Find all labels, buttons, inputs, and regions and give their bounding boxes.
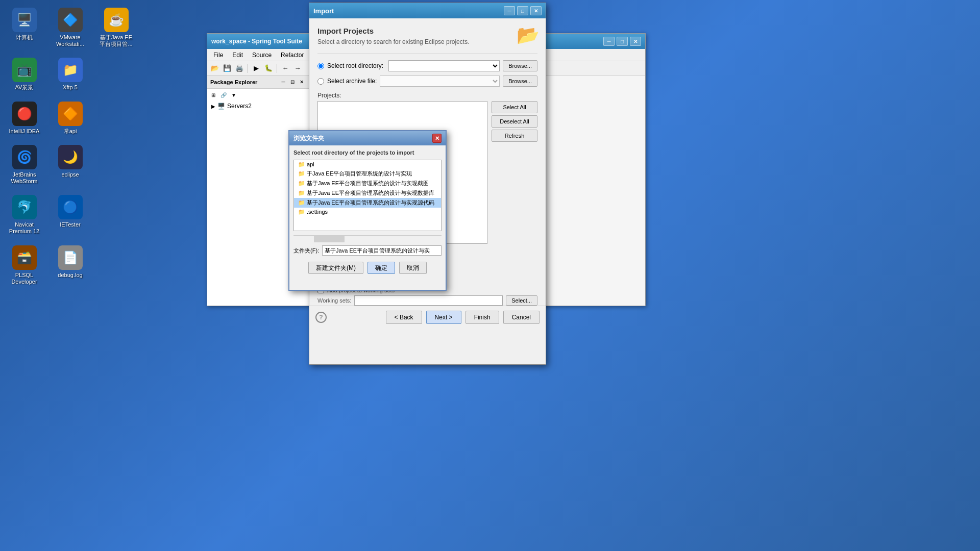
sts-maximize-btn[interactable]: □ [617, 37, 628, 46]
working-sets-input[interactable] [354, 295, 503, 306]
navicat-label: NavicatPremium 12 [9, 221, 39, 235]
root-dir-radio[interactable] [317, 63, 324, 69]
toolbar-run-btn[interactable]: ▶ [251, 63, 262, 74]
desktop-icon-javaee[interactable]: ☕ 基于Java EE平台项目管... [97, 5, 135, 50]
fb-cancel-btn[interactable]: 取消 [399, 262, 427, 274]
import-dialog-controls: ─ □ ✕ [504, 6, 542, 15]
explorer-link-btn[interactable]: 🔗 [219, 91, 228, 99]
webstorm-icon: 🌀 [12, 145, 37, 169]
root-dir-row: Select root directory: Browse... [317, 60, 537, 71]
file-item-javaee3[interactable]: 📁 基于Java EE平台项目管理系统的设计与实现数据库 [294, 188, 441, 198]
package-explorer-label: Package Explorer [210, 79, 257, 85]
import-maximize-btn[interactable]: □ [517, 6, 528, 15]
archive-file-browse-btn[interactable]: Browse... [503, 76, 537, 87]
desktop-icon-ietester[interactable]: 🔵 IETester [51, 192, 89, 237]
file-browser-titlebar: 浏览文件夹 ✕ [289, 131, 446, 145]
file-tree-hscroll[interactable] [293, 235, 442, 242]
archive-file-radio[interactable] [317, 78, 324, 85]
desktop-icon-row-3: 🔴 IntelliJ IDEA 🔶 常api [5, 99, 135, 137]
viewer-label: AV景景 [15, 84, 34, 91]
menu-source[interactable]: Source [248, 51, 276, 60]
toolbar-save-btn[interactable]: 💾 [222, 63, 233, 74]
file-tree[interactable]: 📁 api 📁 于Java EE平台项目管理系统的设计与实现 📁 基于Java … [293, 160, 442, 231]
desktop-icon-eclipse[interactable]: 🌙 eclipse [51, 142, 89, 187]
desktop-icon-row-4: 🌀 JetBrainsWebStorm 🌙 eclipse [5, 142, 135, 187]
desktop-icon-row-6: 🗃️ PLSQLDeveloper 📄 debug.log [5, 243, 135, 288]
desktop-icon-debug[interactable]: 📄 debug.log [51, 243, 89, 288]
finish-btn[interactable]: Finish [465, 311, 499, 324]
debug-label: debug.log [58, 272, 82, 279]
desktop-icon-navicat[interactable]: 🐬 NavicatPremium 12 [5, 192, 43, 237]
panel-collapse-btn[interactable]: ─ [279, 78, 287, 86]
toolbar-back-btn[interactable]: ← [280, 63, 291, 74]
toolbar-forward-btn[interactable]: → [292, 63, 303, 74]
eclipse-label: eclipse [61, 171, 79, 178]
api-label: 常api [64, 128, 77, 135]
projects-label: Projects: [317, 92, 537, 99]
deselect-all-btn[interactable]: Deselect All [492, 115, 537, 128]
root-dir-browse-btn[interactable]: Browse... [503, 60, 537, 71]
help-icon[interactable]: ? [315, 312, 327, 323]
toolbar-print-btn[interactable]: 🖨️ [234, 63, 245, 74]
cancel-btn[interactable]: Cancel [503, 311, 540, 324]
panel-view-btn[interactable]: ⊟ [288, 78, 297, 86]
file-item-javaee4[interactable]: 📁 基于Java EE平台项目管理系统的设计与实现源代码 [294, 198, 441, 208]
projects-action-buttons: Select All Deselect All Refresh [492, 101, 537, 244]
import-minimize-btn[interactable]: ─ [504, 6, 515, 15]
toolbar-debug-btn[interactable]: 🐛 [263, 63, 274, 74]
menu-edit[interactable]: Edit [228, 51, 247, 60]
desktop-icon-plsql[interactable]: 🗃️ PLSQLDeveloper [5, 243, 43, 288]
navicat-icon: 🐬 [12, 195, 37, 219]
desktop-icon-vmware[interactable]: 🔷 VMwareWorkstati... [51, 5, 89, 50]
file-item-api[interactable]: 📁 api [294, 160, 441, 169]
explorer-collapse-all-btn[interactable]: ⊞ [209, 91, 217, 99]
file-item-javaee2[interactable]: 📁 基于Java EE平台项目管理系统的设计与实现截图 [294, 179, 441, 188]
explorer-menu-btn[interactable]: ▼ [230, 91, 238, 99]
ietester-label: IETester [60, 221, 80, 228]
toolbar-open-btn[interactable]: 📂 [209, 63, 220, 74]
package-explorer-header: Package Explorer ─ ⊟ ✕ [207, 76, 309, 89]
back-btn[interactable]: < Back [386, 311, 422, 324]
panel-close-tab-btn[interactable]: ✕ [298, 78, 306, 86]
desktop-icon-xftp[interactable]: 📁 Xftp 5 [51, 55, 89, 93]
working-sets-select-btn[interactable]: Select... [506, 295, 537, 306]
javaee-label: 基于Java EE平台项目管... [100, 34, 132, 47]
desktop-icon-api[interactable]: 🔶 常api [51, 99, 89, 137]
file-item-javaee1[interactable]: 📁 于Java EE平台项目管理系统的设计与实现 [294, 169, 441, 179]
servers2-arrow: ▶ [211, 104, 215, 109]
desktop-icon-viewer[interactable]: 📺 AV景景 [5, 55, 43, 93]
select-all-btn[interactable]: Select All [492, 101, 537, 113]
next-btn[interactable]: Next > [426, 311, 461, 324]
servers2-icon: 🖥️ [217, 103, 225, 110]
archive-file-label: Select archive file: [327, 78, 377, 85]
computer-label: 计算机 [16, 34, 33, 41]
desktop: 🖥️ 计算机 🔷 VMwareWorkstati... ☕ 基于Java EE平… [0, 0, 980, 551]
desktop-icon-computer[interactable]: 🖥️ 计算机 [5, 5, 43, 50]
explorer-item-servers2[interactable]: ▶ 🖥️ Servers2 [207, 101, 309, 111]
sts-close-btn[interactable]: ✕ [630, 37, 641, 46]
import-section-desc: Select a directory to search for existin… [317, 38, 537, 45]
file-item-settings[interactable]: 📁 .settings [294, 208, 441, 216]
xftp-icon: 📁 [58, 58, 83, 82]
javaee-icon: ☕ [104, 8, 129, 32]
menu-file[interactable]: File [209, 51, 227, 60]
explorer-toolbar: ⊞ 🔗 ▼ [207, 89, 309, 101]
root-dir-combo[interactable] [388, 60, 500, 71]
fb-ok-btn[interactable]: 确定 [368, 262, 395, 274]
folder-input[interactable] [322, 245, 442, 256]
viewer-icon: 📺 [12, 58, 37, 82]
desktop-icons-area: 🖥️ 计算机 🔷 VMwareWorkstati... ☕ 基于Java EE平… [5, 5, 135, 288]
desktop-icon-webstorm[interactable]: 🌀 JetBrainsWebStorm [5, 142, 43, 187]
ietester-icon: 🔵 [58, 195, 83, 219]
import-close-btn[interactable]: ✕ [530, 6, 542, 15]
refresh-btn[interactable]: Refresh [492, 130, 537, 142]
archive-file-combo[interactable] [380, 76, 500, 87]
desktop-icon-intellij[interactable]: 🔴 IntelliJ IDEA [5, 99, 43, 137]
desktop-icon-row-1: 🖥️ 计算机 🔷 VMwareWorkstati... ☕ 基于Java EE平… [5, 5, 135, 50]
new-folder-btn[interactable]: 新建文件夹(M) [308, 262, 363, 274]
file-browser-close-btn[interactable]: ✕ [432, 134, 442, 143]
import-section-title: Import Projects [317, 27, 537, 35]
menu-refactor[interactable]: Refactor [277, 51, 308, 60]
sts-minimize-btn[interactable]: ─ [603, 37, 615, 46]
xftp-label: Xftp 5 [63, 84, 78, 91]
